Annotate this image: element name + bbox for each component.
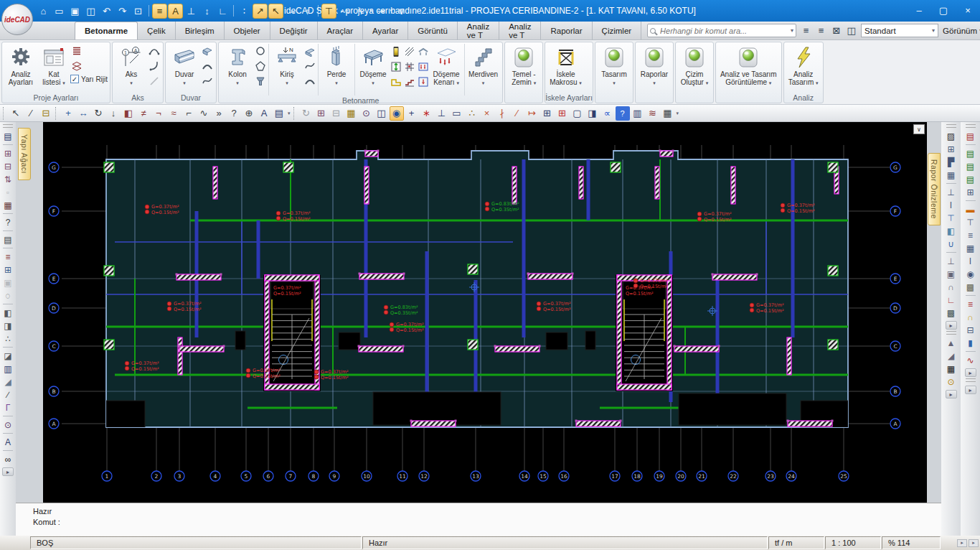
analiz-tasarim-button[interactable]: AnalizTasarım ▾ [786,44,821,93]
toolbar-grip[interactable] [966,124,976,128]
save-all-icon[interactable]: ◫ [83,4,98,19]
kademeli-doseme-button[interactable] [403,75,416,88]
standart-combo[interactable]: Standart ▾ [861,24,938,37]
find-id-icon[interactable]: ⊙ [1,419,14,431]
grid-dark-icon[interactable]: ▦ [945,363,958,375]
search-dropdown-icon[interactable]: ▾ [791,27,793,34]
selection-filter-icon[interactable]: ⊠ [829,24,843,37]
yay-aks-3-nokta-button[interactable] [148,45,161,57]
command-area[interactable]: Hazır Komut : [16,503,941,536]
cizim-olustur-button[interactable]: ÇizimOluştur ▾ [678,44,711,93]
camera-page-icon[interactable]: ◉ [964,268,977,280]
channel-profile-icon[interactable]: ∪ [945,238,958,250]
report-window-icon[interactable]: ▤ [1,233,14,246]
toolbar-overflow-icon[interactable]: ∨ [394,4,409,19]
hatch-pattern-icon[interactable]: ▨ [945,130,958,142]
spline-edit-icon[interactable]: ∿ [197,106,211,121]
result-chart-icon[interactable]: ▥ [631,106,645,121]
view-dropdown-button[interactable]: ∨ [913,124,925,134]
doseme-aksi-button[interactable] [403,60,416,73]
extend-line-icon[interactable]: ↦ [525,106,540,121]
tag-edit-icon[interactable]: ⊟ [39,106,53,121]
kolon-button[interactable]: Kolon ▾ [221,44,254,93]
group-objects-icon[interactable]: ◧ [1,307,14,319]
help-context-icon[interactable]: ? [616,106,630,121]
kat-listesi-button[interactable]: Katlistesi ▾ [37,44,70,93]
orbit-icon[interactable]: ↻ [299,106,314,121]
layer-list-up-icon[interactable]: ≡ [799,24,813,37]
trim-line-icon[interactable]: ∕ [510,106,524,121]
tab-raporlar[interactable]: Raporlar [541,22,592,39]
corner-tool-icon[interactable]: Γ [1,401,14,414]
pen-edit-icon[interactable]: ∕ [24,106,38,121]
export-drawing-icon[interactable]: ⇥ [374,4,389,19]
column-profile-icon[interactable]: I [945,199,958,211]
new-sheet-icon[interactable]: ▢ [570,106,585,121]
column-align-icon[interactable]: ⊥ [435,106,449,121]
pages-icon[interactable]: ⊟ [964,324,977,336]
properties-window-icon[interactable]: ▤ [1,130,14,142]
sacak-button[interactable] [417,45,430,58]
table-edit-icon[interactable]: ▦ [1,199,14,211]
rotate-page-icon[interactable]: ◪ [1,350,14,362]
select-similar-icon[interactable]: ◌ [1,289,14,302]
insert-node-icon[interactable]: ⊕ [242,106,256,121]
measure-query-icon[interactable]: ? [1,216,14,228]
block-search-icon[interactable]: ◨ [585,106,600,121]
gorunum-menu[interactable]: Görünüm ▾ [941,27,980,35]
axis-grid-icon[interactable]: ⊞ [945,143,958,155]
isiklik-button[interactable] [390,45,402,58]
tab-g-r-nt-[interactable]: Görüntü [408,22,458,39]
status-mode-cell[interactable]: BOŞ [30,536,362,549]
page-export-icon[interactable]: ▤ [964,130,977,142]
copy-floor-icon[interactable]: ⊞ [1,264,14,276]
hull-3d-icon[interactable]: ◢ [945,350,958,362]
properties-list-icon[interactable]: ▤ [272,106,286,121]
stamp-cloud-icon[interactable]: ≋ [646,106,660,121]
ungroup-objects-icon[interactable]: ◨ [1,320,14,332]
raporlar-button[interactable]: Raporlar ▾ [638,44,671,93]
text-note-icon[interactable]: A [168,4,183,19]
zoom-previous-icon[interactable]: ⊡ [131,4,146,19]
undo-icon[interactable]: ↶ [99,4,114,19]
footing-icon[interactable]: ⊥ [945,255,958,267]
fillet-icon[interactable]: ⌐ [182,106,196,121]
box-frame-icon[interactable]: ▣ [945,268,958,280]
close-button[interactable]: × [956,0,980,20]
analiz-ve-tasarim-goruntuleme-button[interactable]: Analiz ve TasarımGörüntüleme ▾ [718,44,779,93]
beam-page-icon[interactable]: ⊤ [964,216,977,228]
minimize-button[interactable]: – [907,0,931,20]
tab-analiz-ve-t[interactable]: Analiz ve T [499,22,541,39]
aks-button[interactable]: 1AAks ▾ [115,44,148,93]
egimli-doseme-button[interactable] [403,45,416,58]
command-search[interactable]: ▾ [647,24,796,37]
toolbar-expand-icon[interactable]: ▸ [946,321,957,330]
snap-settings-icon[interactable]: ∶ [237,4,252,19]
mushroom-column-icon[interactable]: ⊤ [945,212,958,224]
idecad-logo[interactable]: ideCAD [1,4,33,35]
drawing-layers-icon[interactable]: ≡ [152,4,167,19]
tab-ayarlar[interactable]: Ayarlar [363,22,408,39]
slab-3d-icon[interactable]: ◧ [945,225,958,237]
analiz-ayarlari-button[interactable]: AnalizAyarları [4,44,37,93]
toolbar-grip[interactable] [946,124,956,128]
tab-de-i-tir[interactable]: Değiştir [270,22,318,39]
apply-properties-icon[interactable]: ⊟ [329,106,344,121]
floor-slabs-icon[interactable]: ≡ [1,251,14,263]
status-units-cell[interactable]: tf / m [768,536,824,549]
rebar-page-icon[interactable]: ∿ [964,354,977,366]
drawing-canvas[interactable]: G=0.37t/m²Q=0.15t/m²G=0.37t/m²Q=0.15t/m²… [43,122,927,503]
auto-label-icon[interactable]: A [1,436,14,448]
paste-properties-icon[interactable]: ⊟ [1,160,14,172]
offset-icon[interactable]: » [212,106,226,121]
view-window-icon[interactable]: ◫ [374,106,389,121]
measure-query-icon[interactable]: ? [227,106,241,121]
unit-calculator-icon[interactable]: ▦ [661,106,675,121]
toolbar-expand-icon[interactable]: ▸ [946,390,957,398]
mirror-icon[interactable]: ◧ [121,106,136,121]
trim-icon[interactable]: ≠ [136,106,151,121]
material-page-icon[interactable]: ▩ [964,281,977,293]
corner-dimension-icon[interactable]: ∟ [215,4,230,19]
search-input[interactable] [659,26,788,36]
kiris-3d-button[interactable] [303,45,316,57]
